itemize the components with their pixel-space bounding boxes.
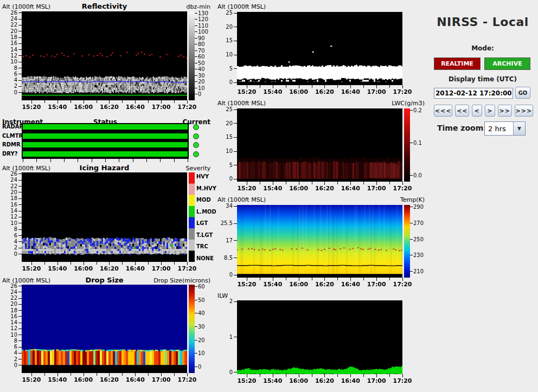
tick-mark (234, 301, 237, 302)
y-tick-label: 10 (216, 52, 233, 57)
lwc-plot (237, 108, 402, 182)
status-tick (146, 159, 147, 162)
tick-mark (18, 92, 22, 93)
severity-label: L.MOD (196, 209, 216, 215)
colorbar-tick-label: 10 (198, 350, 216, 356)
tick-mark (18, 55, 22, 56)
tick-mark (337, 85, 338, 88)
x-tick-label: 17:00 (150, 265, 172, 272)
y-tick-label: 8 (1, 226, 17, 232)
instrument-label: DRY? (2, 151, 21, 157)
tick-mark (195, 300, 197, 300)
tick-mark (234, 123, 237, 124)
tick-mark (234, 206, 237, 207)
y-tick-label: 8.5 (216, 255, 233, 261)
tick-mark (97, 100, 97, 103)
step-forward-small-button[interactable]: > (485, 105, 495, 117)
tick-mark (18, 62, 22, 62)
y-tick-label: 14 (1, 208, 17, 214)
time-zoom-label: Time zoom: (437, 124, 486, 132)
y-tick-label: 0 (1, 251, 17, 257)
x-tick-label: 15:40 (47, 376, 68, 383)
y-tick-label: 2 (1, 356, 17, 362)
tick-mark (337, 182, 338, 184)
y-tick-label: 26 (1, 171, 17, 177)
tick-mark (18, 211, 22, 211)
x-tick-label: 16:40 (340, 281, 361, 288)
tick-mark (18, 31, 22, 31)
x-tick-label: 16:20 (98, 104, 120, 111)
tick-mark (195, 63, 197, 63)
nirss-window: Alt (1000ft MSL) Reflectivity dbz-min Al… (0, 0, 538, 392)
x-tick-label: 16:00 (288, 281, 310, 288)
tick-mark (18, 241, 22, 242)
colorbar-tick-label: 40 (198, 310, 216, 316)
y-tick-label: 6 (1, 344, 17, 350)
step-back-button[interactable]: << (455, 105, 469, 117)
tick-mark (18, 353, 22, 354)
colorbar-label: dbz-min (163, 3, 210, 10)
tick-mark (363, 85, 364, 88)
tick-mark (195, 69, 197, 69)
severity-label: MOD (196, 197, 211, 203)
tick-mark (18, 304, 22, 305)
temperature-colorbar (404, 205, 410, 278)
x-tick-label: 17:00 (150, 104, 172, 111)
tick-mark (18, 340, 22, 341)
time-zoom-select[interactable]: 2 hrs ▼ (484, 121, 526, 136)
colorbar-tick-label: 230 (413, 252, 432, 258)
go-button[interactable]: GO (515, 87, 530, 99)
y-tick-label: 26 (1, 10, 17, 16)
tick-mark (195, 340, 197, 340)
x-tick-label: 16:00 (73, 265, 94, 272)
colorbar-tick-label: 0 (198, 364, 216, 370)
instrument-label: RDMR (2, 142, 21, 147)
x-tick-label: 15:40 (262, 185, 284, 192)
tick-mark (286, 85, 286, 88)
archive-button[interactable]: ARCHIVE (484, 57, 530, 70)
y-tick-label: 25 (216, 10, 233, 16)
tick-mark (174, 262, 175, 265)
x-tick-label: 17:00 (150, 376, 172, 383)
step-forward-fast-button[interactable]: >>> (515, 105, 533, 117)
step-back-fast-button[interactable]: <<< (434, 105, 452, 117)
tick-mark (148, 262, 149, 265)
step-forward-button[interactable]: >> (498, 105, 512, 117)
step-back-small-button[interactable]: < (472, 105, 482, 117)
x-tick-label: 15:20 (21, 265, 42, 272)
y-tick-label: 15 (216, 37, 233, 43)
display-time-input[interactable] (434, 88, 513, 99)
y-tick-label: 10 (1, 220, 17, 226)
tick-mark (195, 25, 197, 26)
tick-mark (18, 198, 22, 199)
tick-mark (174, 100, 175, 103)
tick-mark (18, 173, 22, 174)
tick-mark (195, 19, 197, 20)
tick-mark (363, 374, 364, 377)
realtime-button[interactable]: REALTIME (434, 57, 481, 70)
status-tick (160, 159, 161, 162)
y-tick-label: 22 (1, 22, 17, 28)
status-tick (23, 159, 23, 162)
tick-mark (260, 374, 260, 377)
x-tick-label: 17:00 (366, 88, 387, 95)
tick-mark (260, 85, 260, 88)
tick-mark (234, 110, 237, 110)
colorbar-tick-label: 120 (198, 16, 216, 22)
tick-mark (260, 278, 260, 280)
colorbar-tick-label: 40 (198, 66, 216, 72)
tick-mark (18, 192, 22, 192)
x-tick-label: 15:40 (262, 377, 284, 384)
tick-mark (410, 271, 413, 272)
y-tick-label: 4 (1, 350, 17, 356)
tick-mark (18, 292, 22, 292)
ceilometer-plot (237, 12, 402, 85)
y-tick-label: 20 (1, 189, 17, 195)
y-tick-label: 12 (1, 53, 17, 59)
tick-mark (18, 186, 22, 187)
tick-mark (286, 374, 286, 377)
tick-mark (174, 373, 175, 376)
y-tick-label: 34 (216, 203, 233, 209)
tick-mark (18, 248, 22, 248)
y-tick-label: 20 (216, 24, 233, 30)
